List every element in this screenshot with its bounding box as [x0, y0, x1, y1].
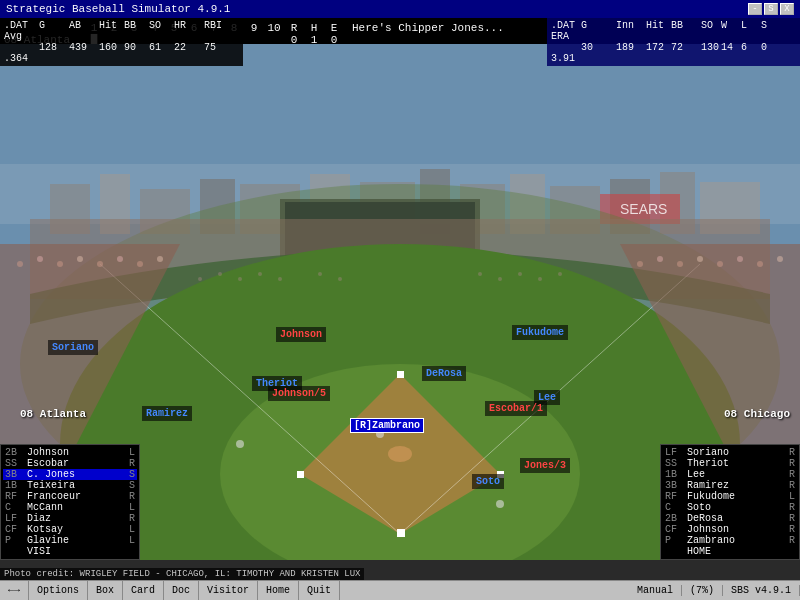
- batter-stats-values: 128 439 160 90 61 22 75 .364: [4, 42, 239, 64]
- svg-point-38: [157, 256, 163, 262]
- batter-stats-header: .DAT G AB Hit BB SO HR RBI Avg: [4, 20, 239, 42]
- lineup-row: LF Soriano R: [663, 447, 797, 458]
- svg-point-50: [258, 272, 262, 276]
- lineup-row-highlighted: 3B C. Jones S: [3, 469, 137, 480]
- status-options[interactable]: Options: [29, 581, 88, 600]
- svg-point-39: [637, 261, 643, 267]
- player-johnson: Johnson: [276, 327, 326, 342]
- lineup-row: LF Diaz R: [3, 513, 137, 524]
- status-arrows[interactable]: ←→: [0, 581, 29, 600]
- lineup-row: RF Fukudome L: [663, 491, 797, 502]
- status-right: Manual (7%) SBS v4.9.1: [629, 585, 800, 596]
- lineup-row: P Glavine L: [3, 535, 137, 546]
- svg-point-46: [777, 256, 783, 262]
- lineup-row: RF Francoeur R: [3, 491, 137, 502]
- lineup-row: 1B Lee R: [663, 469, 797, 480]
- lineup-row: 2B DeRosa R: [663, 513, 797, 524]
- status-box[interactable]: Box: [88, 581, 123, 600]
- status-quit[interactable]: Quit: [299, 581, 340, 600]
- svg-point-42: [697, 256, 703, 262]
- status-doc[interactable]: Doc: [164, 581, 199, 600]
- player-derosa: DeRosa: [422, 366, 466, 381]
- svg-point-57: [538, 277, 542, 281]
- svg-text:SEARS: SEARS: [620, 201, 667, 217]
- player-soto: Soto: [472, 474, 504, 489]
- svg-point-33: [57, 261, 63, 267]
- svg-point-36: [117, 256, 123, 262]
- player-ramirez: Ramirez: [142, 406, 192, 421]
- player-zambrano: [R]Zambrano: [350, 418, 424, 433]
- svg-point-45: [757, 261, 763, 267]
- close-button[interactable]: X: [780, 3, 794, 15]
- minimize-button[interactable]: -: [748, 3, 762, 15]
- lineup-row-home[interactable]: HOME: [663, 546, 797, 557]
- svg-point-58: [558, 272, 562, 276]
- maximize-button[interactable]: S: [764, 3, 778, 15]
- pitcher-stats: .DAT G Inn Hit BB SO W L S ERA 30 189 17…: [547, 18, 800, 66]
- batter-label: .DAT: [4, 20, 39, 31]
- svg-point-51: [278, 277, 282, 281]
- svg-point-34: [77, 256, 83, 262]
- svg-point-40: [657, 256, 663, 262]
- photo-credit: Photo credit: WRIGLEY FIELD - CHICAGO, I…: [0, 568, 364, 580]
- svg-point-48: [218, 272, 222, 276]
- svg-point-31: [17, 261, 23, 267]
- status-home[interactable]: Home: [258, 581, 299, 600]
- player-fukudome: Fukudome: [512, 325, 568, 340]
- svg-point-61: [496, 500, 504, 508]
- title-bar: Strategic Baseball Simulator 4.9.1 - S X: [0, 0, 800, 18]
- player-soriano: Soriano: [48, 340, 98, 355]
- svg-rect-26: [297, 471, 304, 478]
- svg-point-55: [498, 277, 502, 281]
- svg-point-53: [338, 277, 342, 281]
- atlanta-field-label: 08 Atlanta: [20, 408, 86, 420]
- lineup-row: C Soto R: [663, 502, 797, 513]
- status-percent: (7%): [682, 585, 723, 596]
- lineup-row: CF Johnson R: [663, 524, 797, 535]
- svg-rect-24: [397, 371, 404, 378]
- lineup-row: 2B Johnson L: [3, 447, 137, 458]
- svg-point-44: [737, 256, 743, 262]
- svg-point-32: [37, 256, 43, 262]
- player-escobar1: Escobar/1: [485, 401, 547, 416]
- svg-point-54: [478, 272, 482, 276]
- svg-point-52: [318, 272, 322, 276]
- lineup-row: SS Theriot R: [663, 458, 797, 469]
- lineup-row-visi[interactable]: VISI: [3, 546, 137, 557]
- svg-point-41: [677, 261, 683, 267]
- lineup-row: CF Kotsay L: [3, 524, 137, 535]
- svg-point-59: [236, 440, 244, 448]
- status-version: SBS v4.9.1: [723, 585, 800, 596]
- status-card[interactable]: Card: [123, 581, 164, 600]
- lineup-row: SS Escobar R: [3, 458, 137, 469]
- batter-stats: .DAT G AB Hit BB SO HR RBI Avg 128 439 1…: [0, 18, 243, 66]
- title-bar-controls[interactable]: - S X: [748, 3, 794, 15]
- svg-point-28: [388, 446, 412, 462]
- player-jones3: Jones/3: [520, 458, 570, 473]
- lineup-row: 1B Teixeira S: [3, 480, 137, 491]
- lineup-row: P Zambrano R: [663, 535, 797, 546]
- player-johnson5: Johnson/5: [268, 386, 330, 401]
- lineup-row: 3B Ramirez R: [663, 480, 797, 491]
- status-bar: ←→ Options Box Card Doc Visitor Home Qui…: [0, 580, 800, 600]
- status-manual: Manual: [629, 585, 682, 596]
- pitcher-label: .DAT: [551, 20, 581, 31]
- svg-point-35: [97, 261, 103, 267]
- svg-point-49: [238, 277, 242, 281]
- atlanta-lineup: 2B Johnson L SS Escobar R 3B C. Jones S …: [0, 444, 140, 560]
- svg-point-47: [198, 277, 202, 281]
- chicago-field-label: 08 Chicago: [724, 408, 790, 420]
- svg-point-43: [717, 261, 723, 267]
- chicago-lineup: LF Soriano R SS Theriot R 1B Lee R 3B Ra…: [660, 444, 800, 560]
- lineup-row: C McCann L: [3, 502, 137, 513]
- app-title: Strategic Baseball Simulator 4.9.1: [6, 3, 230, 15]
- pitcher-stats-header: .DAT G Inn Hit BB SO W L S ERA: [551, 20, 796, 42]
- status-visitor[interactable]: Visitor: [199, 581, 258, 600]
- svg-point-56: [518, 272, 522, 276]
- pitcher-stats-values: 30 189 172 72 130 14 6 0 3.91: [551, 42, 796, 64]
- svg-point-37: [137, 261, 143, 267]
